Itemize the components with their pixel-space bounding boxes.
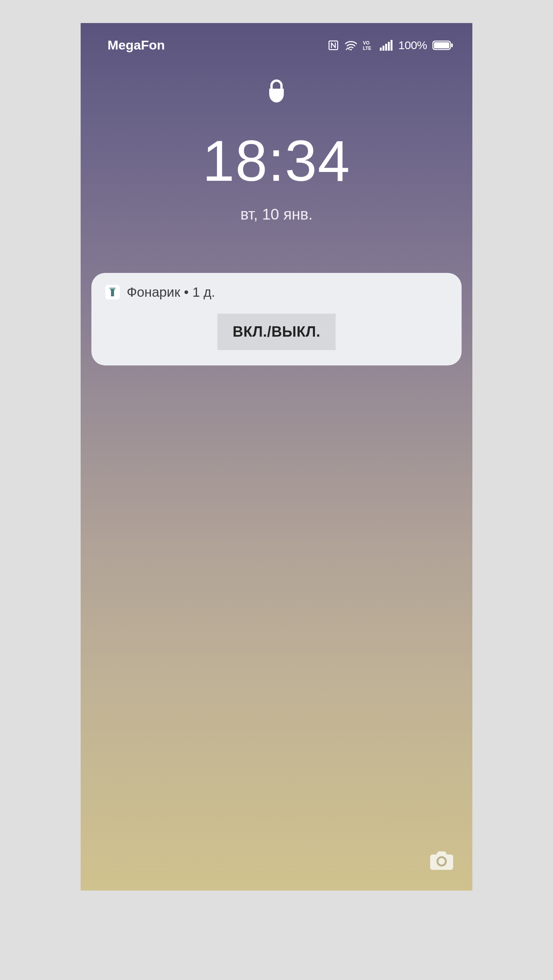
svg-text:LTE: LTE	[363, 46, 371, 51]
svg-rect-8	[391, 40, 392, 51]
flashlight-app-icon	[105, 285, 120, 299]
svg-text:VO: VO	[363, 40, 369, 46]
camera-shortcut[interactable]	[429, 849, 454, 872]
phone-lockscreen: MegaFon VO	[81, 23, 472, 891]
svg-rect-12	[109, 288, 116, 289]
notification-separator: •	[180, 284, 192, 299]
notification-card[interactable]: Фонарик • 1 д. ВКЛ./ВЫКЛ.	[91, 273, 462, 365]
lock-icon-wrap	[81, 79, 472, 105]
notification-app-name: Фонарик	[127, 284, 180, 299]
battery-percent-label: 100%	[398, 39, 427, 52]
lockscreen-date: вт, 10 янв.	[81, 206, 472, 223]
flashlight-toggle-button[interactable]: ВКЛ./ВЫКЛ.	[217, 314, 336, 350]
lockscreen-time: 18:34	[81, 128, 472, 194]
volte-icon: VO LTE	[363, 40, 374, 51]
carrier-label: MegaFon	[108, 38, 165, 53]
svg-rect-11	[451, 43, 453, 47]
wifi-icon	[344, 40, 358, 51]
notification-title: Фонарик • 1 д.	[127, 284, 215, 300]
status-icons: VO LTE 100%	[328, 39, 453, 52]
svg-rect-4	[380, 48, 382, 51]
nfc-icon	[328, 40, 339, 51]
svg-rect-5	[382, 46, 384, 51]
svg-rect-6	[385, 44, 387, 51]
notification-header: Фонарик • 1 д.	[105, 284, 448, 300]
lock-icon	[267, 79, 286, 105]
battery-icon	[432, 40, 453, 51]
signal-icon	[380, 40, 393, 51]
svg-rect-7	[388, 42, 390, 51]
svg-point-1	[350, 49, 352, 50]
svg-rect-10	[434, 42, 449, 48]
status-bar: MegaFon VO	[81, 23, 472, 53]
notification-age: 1 д.	[192, 284, 215, 299]
